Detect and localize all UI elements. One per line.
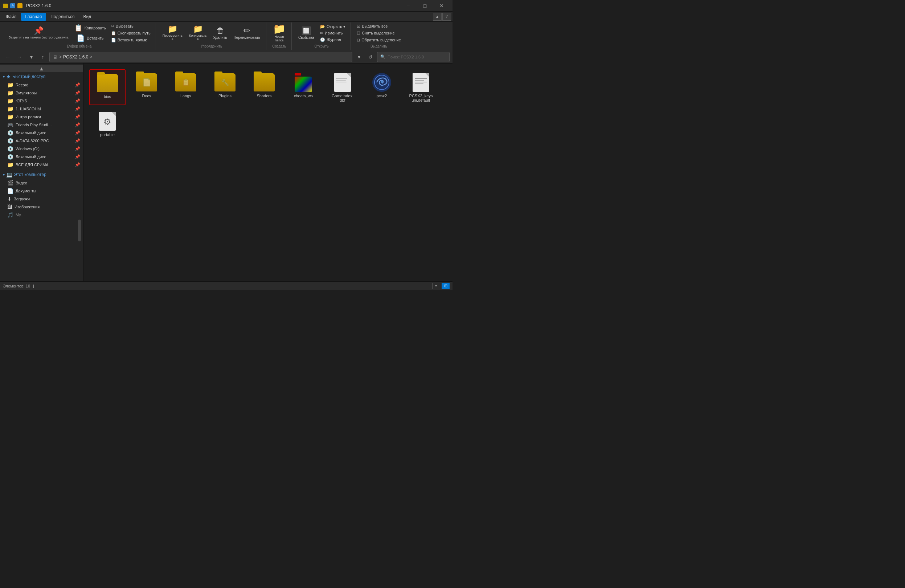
- sidebar-item-video[interactable]: 🎬 Видео: [0, 179, 83, 187]
- this-computer-icon: 💻: [6, 172, 12, 178]
- close-button[interactable]: ✕: [433, 1, 449, 11]
- refresh-button[interactable]: ↺: [365, 52, 376, 62]
- copy-path-button[interactable]: 📋 Скопировать путь: [109, 30, 153, 36]
- back-button[interactable]: ←: [3, 52, 13, 62]
- folder-icon-large: [253, 72, 275, 92]
- copy-to-button[interactable]: 📁 Копироватьв: [186, 24, 210, 43]
- folder-icon: 📁: [7, 98, 13, 104]
- search-box[interactable]: 🔍 Поиск: PCSX2 1.6.0: [377, 52, 449, 62]
- sidebar-item-adata[interactable]: 💿 A-DATA 8200 PRC 📌: [0, 137, 83, 145]
- sidebar-item-downloads[interactable]: ⬇ Загрузки: [0, 195, 83, 203]
- clipboard-buttons: 📌 Закрепить на панели быстрого доступа 📋…: [6, 22, 153, 44]
- deselect-button[interactable]: ☐ Снять выделение: [354, 30, 403, 36]
- menu-home[interactable]: Главная: [21, 13, 46, 21]
- paste-shortcut-icon: 📄: [111, 38, 116, 43]
- pin-icon: 📌: [75, 106, 80, 111]
- help-button[interactable]: ?: [442, 13, 451, 21]
- sidebar-item-emulators[interactable]: 📁 Эмуляторы 📌: [0, 89, 83, 97]
- history-button[interactable]: 🕐 Журнал: [318, 37, 348, 43]
- forward-button[interactable]: →: [14, 52, 25, 62]
- sidebar-item-images[interactable]: 🖼 Изображения: [0, 203, 83, 211]
- sidebar-item-intros[interactable]: 📁 Интро ролики 📌: [0, 113, 83, 121]
- folder-icon: 📁: [7, 162, 13, 168]
- pin-icon: 📌: [75, 130, 80, 135]
- paste-icon: 📄: [76, 34, 84, 42]
- ribbon-group-new: 📁 Новаяпапка Создать: [267, 22, 292, 50]
- sidebar-item-music[interactable]: 🎵 Му…: [0, 211, 83, 219]
- rename-button[interactable]: ✏ Переименовать: [231, 25, 263, 41]
- status-bar: Элементов: 10 | ≡ ⊞: [0, 281, 452, 290]
- sidebar-item-record[interactable]: 📁 Record 📌: [0, 81, 83, 89]
- file-item-gameindex[interactable]: GameIndex.dbf: [324, 69, 361, 105]
- ribbon-group-clipboard: 📌 Закрепить на панели быстрого доступа 📋…: [3, 22, 156, 50]
- file-item-langs[interactable]: 📋 Langs: [168, 69, 204, 105]
- cut-button[interactable]: ✂ Вырезать: [109, 23, 153, 29]
- recent-locations-button[interactable]: ▾: [26, 52, 36, 62]
- file-item-plugins[interactable]: 🔧 Plugins: [207, 69, 243, 105]
- view-toggle: ≡ ⊞: [432, 283, 449, 289]
- edit-button[interactable]: ✏ Изменить: [318, 30, 348, 36]
- pin-icon: 📌: [75, 154, 80, 159]
- delete-button[interactable]: 🗑 Удалить: [210, 25, 230, 41]
- sidebar-item-label: Эмуляторы: [16, 91, 37, 95]
- file-label: portable: [100, 132, 115, 137]
- file-item-pcsx2-keys[interactable]: PCSX2_keys.ini.default: [403, 69, 439, 105]
- file-item-portable[interactable]: ⚙ portable: [89, 108, 125, 140]
- folder-icon-large: 📄: [136, 72, 157, 92]
- file-item-docs[interactable]: 📄 Docs: [129, 69, 165, 105]
- white-doc-icon: [332, 72, 353, 92]
- address-path[interactable]: 🖥 > PCSX2 1.6.0 >: [49, 52, 352, 62]
- pin-button[interactable]: 📌 Закрепить на панели быстрого доступа: [6, 25, 71, 41]
- paste-button[interactable]: 📄 Вставить: [72, 33, 108, 43]
- quick-access-header[interactable]: ▾ ★ Быстрый доступ: [0, 72, 83, 81]
- menu-share[interactable]: Поделиться: [46, 13, 79, 21]
- dropdown-button[interactable]: ▾: [354, 52, 364, 62]
- svg-point-1: [381, 81, 383, 83]
- status-separator: |: [33, 284, 34, 288]
- sidebar-item-local-disk-2[interactable]: 💿 Локальный диск 📌: [0, 153, 83, 161]
- invert-selection-button[interactable]: ⊟ Обратить выделение: [354, 37, 403, 43]
- folder-icon-large: 📋: [175, 72, 197, 92]
- move-button[interactable]: 📁 Переместитьв: [160, 24, 186, 43]
- organize-label: Упорядочить: [160, 44, 263, 48]
- new-folder-button[interactable]: 📁 Новаяпапка: [270, 22, 289, 44]
- sidebar-item-windows-c[interactable]: 💿 Windows (C:) 📌: [0, 145, 83, 153]
- search-icon: 🔍: [380, 54, 385, 59]
- file-item-cheats-ws[interactable]: cheats_ws: [285, 69, 322, 105]
- sidebar-item-friends-play[interactable]: 🎮 Friends Play Studi… 📌: [0, 121, 83, 129]
- grid-view-button[interactable]: ⊞: [441, 283, 449, 289]
- sidebar-item-all-for-srima[interactable]: 📁 ВСЕ ДЛЯ СРИМА 📌: [0, 161, 83, 169]
- sidebar-item-label: Локальный диск: [16, 131, 46, 135]
- select-all-button[interactable]: ☑ Выделить все: [354, 23, 403, 29]
- file-label: GameIndex.dbf: [332, 94, 353, 102]
- properties-button[interactable]: 🔲 Свойства: [295, 25, 317, 41]
- select-label: Выделить: [354, 44, 403, 48]
- sidebar-item-local-disk-1[interactable]: 💿 Локальный диск 📌: [0, 129, 83, 137]
- menu-view[interactable]: Вид: [79, 13, 95, 21]
- quick-access-star: ★: [6, 74, 11, 79]
- maximize-button[interactable]: □: [417, 1, 433, 11]
- sidebar-item-label: Изображения: [14, 205, 40, 209]
- copy-button[interactable]: 📋 Копировать: [72, 23, 108, 33]
- sidebar-item-documents[interactable]: 📄 Документы: [0, 187, 83, 195]
- this-computer-header[interactable]: ▾ 💻 Этот компьютер: [0, 170, 83, 179]
- sidebar-item-label: ВСЕ ДЛЯ СРИМА: [16, 163, 49, 167]
- sidebar-item-label: Локальный диск: [16, 155, 46, 159]
- open-button[interactable]: 📂 Открыть ▾: [318, 24, 348, 30]
- list-view-button[interactable]: ≡: [432, 283, 440, 289]
- sidebar-item-youtube[interactable]: 📁 ЮТУБ 📌: [0, 97, 83, 105]
- ribbon-collapse-button[interactable]: ▲: [433, 13, 441, 21]
- up-button[interactable]: ↑: [38, 52, 48, 62]
- sidebar-scroll-up[interactable]: ▲: [0, 65, 83, 72]
- file-item-bios[interactable]: bios: [89, 69, 125, 105]
- sidebar-item-templates[interactable]: 📁 1. ШАБЛОНЫ 📌: [0, 105, 83, 113]
- menu-file[interactable]: Файл: [2, 13, 21, 21]
- file-item-pcsx2[interactable]: pcsx2: [364, 69, 400, 105]
- drive-icon: 💿: [7, 130, 13, 136]
- minimize-button[interactable]: −: [400, 1, 416, 11]
- file-item-shaders[interactable]: Shaders: [246, 69, 282, 105]
- menu-bar: Файл Главная Поделиться Вид ▲ ?: [0, 12, 452, 22]
- menu-right-buttons: ▲ ?: [433, 13, 451, 21]
- sidebar-item-label: 1. ШАБЛОНЫ: [16, 107, 41, 111]
- paste-shortcut-button[interactable]: 📄 Вставить ярлык: [109, 37, 153, 43]
